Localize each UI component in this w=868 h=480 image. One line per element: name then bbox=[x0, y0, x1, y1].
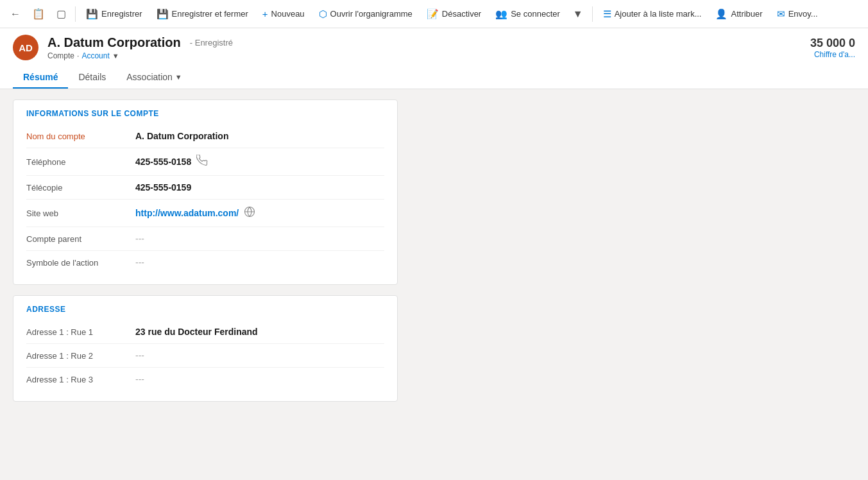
separator-2 bbox=[592, 6, 593, 22]
new-icon: + bbox=[262, 8, 268, 19]
label-address1-street1: Adresse 1 : Rue 1 bbox=[26, 327, 135, 337]
field-row-address1-street1: Adresse 1 : Rue 1 23 rue du Docteur Ferd… bbox=[26, 320, 384, 344]
value-account-name: A. Datum Corporation bbox=[135, 131, 384, 141]
value-website: http://www.adatum.com/ bbox=[135, 206, 384, 220]
field-row-address1-street3: Adresse 1 : Rue 3 --- bbox=[26, 368, 384, 391]
tab-details[interactable]: Détails bbox=[68, 67, 116, 89]
new-button[interactable]: + Nouveau bbox=[256, 4, 311, 23]
address-title: ADRESSE bbox=[13, 296, 397, 320]
field-row-stock-symbol: Symbole de l'action --- bbox=[26, 251, 384, 274]
record-identity: AD A. Datum Corporation - Enregistré Com… bbox=[13, 35, 855, 64]
add-list-button[interactable]: ☰ Ajouter à la liste mark... bbox=[597, 4, 708, 24]
save-close-icon: 💾 bbox=[157, 8, 169, 20]
assign-icon: 👤 bbox=[715, 8, 728, 20]
value-address1-street3: --- bbox=[135, 374, 384, 384]
breadcrumb-dot: · bbox=[77, 51, 79, 60]
record-meta: 35 000 0 Chiffre d'a... bbox=[810, 37, 855, 59]
value-parent-account: --- bbox=[135, 234, 384, 244]
toolbar: ← 📋 ▢ 💾 Enregistrer 💾 Enregistrer et fer… bbox=[0, 0, 868, 28]
tab-association[interactable]: Association ▼ bbox=[116, 67, 192, 89]
connect-icon: 👥 bbox=[495, 8, 507, 20]
separator-1 bbox=[75, 6, 76, 22]
record-name-block: A. Datum Corporation - Enregistré Compte… bbox=[47, 35, 233, 60]
field-row-account-name: Nom du compte A. Datum Corporation bbox=[26, 124, 384, 148]
label-telephone: Téléphone bbox=[26, 157, 135, 167]
deactivate-button[interactable]: 📝 Désactiver bbox=[420, 4, 488, 24]
org-chart-icon: ⬡ bbox=[319, 8, 327, 20]
label-fax: Télécopie bbox=[26, 183, 135, 193]
org-chart-button[interactable]: ⬡ Ouvrir l'organigramme bbox=[312, 4, 419, 24]
back-button[interactable]: ← bbox=[5, 4, 26, 24]
resize-button[interactable]: ▢ bbox=[51, 4, 71, 24]
field-row-website: Site web http://www.adatum.com/ bbox=[26, 200, 384, 227]
note-button[interactable]: 📋 bbox=[27, 4, 50, 24]
add-list-icon: ☰ bbox=[603, 8, 611, 20]
breadcrumb-link[interactable]: Account bbox=[81, 51, 109, 60]
label-parent-account: Compte parent bbox=[26, 234, 135, 244]
account-info-title: INFORMATIONS SUR LE COMPTE bbox=[13, 100, 397, 124]
address-card: ADRESSE Adresse 1 : Rue 1 23 rue du Doct… bbox=[13, 295, 398, 402]
meta-value: 35 000 0 bbox=[810, 37, 855, 50]
label-account-name: Nom du compte bbox=[26, 132, 135, 141]
value-stock-symbol: --- bbox=[135, 257, 384, 268]
field-row-address1-street2: Adresse 1 : Rue 2 --- bbox=[26, 344, 384, 368]
avatar: AD bbox=[13, 35, 38, 60]
value-address1-street1: 23 rue du Docteur Ferdinand bbox=[135, 327, 384, 337]
value-fax: 425-555-0159 bbox=[135, 182, 384, 193]
field-row-telephone: Téléphone 425-555-0158 bbox=[26, 148, 384, 176]
tab-resume[interactable]: Résumé bbox=[13, 67, 68, 89]
account-info-body: Nom du compte A. Datum Corporation Télép… bbox=[13, 124, 397, 284]
record-status: - Enregistré bbox=[190, 38, 233, 47]
meta-label[interactable]: Chiffre d'a... bbox=[810, 50, 855, 59]
globe-icon[interactable] bbox=[244, 206, 255, 220]
field-row-parent-account: Compte parent --- bbox=[26, 227, 384, 251]
send-icon: ✉ bbox=[777, 8, 785, 20]
value-address1-street2: --- bbox=[135, 350, 384, 361]
label-address1-street3: Adresse 1 : Rue 3 bbox=[26, 375, 135, 384]
record-identity-left: AD A. Datum Corporation - Enregistré Com… bbox=[13, 35, 233, 60]
send-button[interactable]: ✉ Envoy... bbox=[770, 4, 824, 24]
breadcrumb-label: Compte bbox=[47, 51, 74, 60]
assign-button[interactable]: 👤 Attribuer bbox=[709, 4, 769, 24]
save-icon: 💾 bbox=[86, 8, 98, 20]
breadcrumb-dropdown-icon[interactable]: ▼ bbox=[112, 52, 119, 60]
save-close-button[interactable]: 💾 Enregistrer et fermer bbox=[150, 4, 255, 24]
label-address1-street2: Adresse 1 : Rue 2 bbox=[26, 351, 135, 361]
label-website: Site web bbox=[26, 209, 135, 218]
label-stock-symbol: Symbole de l'action bbox=[26, 258, 135, 268]
breadcrumb: Compte · Account ▼ bbox=[47, 51, 233, 60]
field-row-fax: Télécopie 425-555-0159 bbox=[26, 176, 384, 200]
tabs: Résumé Détails Association ▼ bbox=[13, 67, 855, 89]
value-telephone: 425-555-0158 bbox=[135, 155, 384, 169]
address-body: Adresse 1 : Rue 1 23 rue du Docteur Ferd… bbox=[13, 320, 397, 401]
main-content: INFORMATIONS SUR LE COMPTE Nom du compte… bbox=[0, 89, 868, 480]
association-dropdown-icon[interactable]: ▼ bbox=[175, 73, 182, 81]
account-info-card: INFORMATIONS SUR LE COMPTE Nom du compte… bbox=[13, 99, 398, 285]
record-header: AD A. Datum Corporation - Enregistré Com… bbox=[0, 28, 868, 89]
more-dropdown-button[interactable]: ▼ bbox=[568, 4, 588, 24]
deactivate-icon: 📝 bbox=[427, 8, 439, 20]
save-button[interactable]: 💾 Enregistrer bbox=[80, 4, 149, 24]
phone-icon[interactable] bbox=[196, 155, 208, 169]
connect-button[interactable]: 👥 Se connecter bbox=[489, 4, 566, 24]
record-title: A. Datum Corporation bbox=[47, 35, 181, 50]
